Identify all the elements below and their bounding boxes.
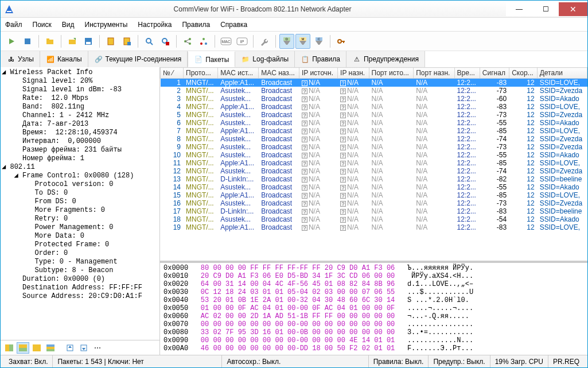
- tabbar: 🖧Узлы 📶Каналы 🔗Текущие IP-соединения 📄Па…: [1, 51, 587, 67]
- table-row[interactable]: 15MNGT/...Apple:A1...Broadcast?N/A?N/AN/…: [161, 191, 587, 199]
- open-button[interactable]: [65, 34, 80, 49]
- column-header[interactable]: Детали: [537, 68, 587, 79]
- tab-alerts[interactable]: ⚠Предупреждения: [346, 51, 425, 67]
- mac-button[interactable]: MAC: [219, 34, 233, 49]
- tab-connections[interactable]: 🔗Текущие IP-соединения: [88, 51, 188, 67]
- table-row[interactable]: 17MNGT/...D-LinkIn:...Broadcast?N/A?N/AN…: [161, 207, 587, 215]
- table-row[interactable]: 3MNGT/...Asustek...Broadcast?N/A?N/AN/AN…: [161, 95, 587, 103]
- rules-open-button[interactable]: [103, 34, 118, 49]
- column-header[interactable]: № ⁄: [161, 68, 184, 79]
- folder-button[interactable]: [42, 34, 57, 49]
- status-capture: Захват: Вкл.: [4, 355, 53, 367]
- table-row[interactable]: 9MNGT/...Asustek...Broadcast?N/A?N/AN/AN…: [161, 143, 587, 151]
- svg-point-24: [205, 42, 207, 45]
- more-button[interactable]: ⋯: [91, 342, 104, 354]
- svg-marker-2: [9, 38, 14, 44]
- alerts-icon: ⚠: [352, 55, 361, 64]
- table-row[interactable]: 1MNGT/...Apple:A1...Broadcast?N/A?N/AN/A…: [161, 79, 587, 87]
- layout2-button[interactable]: [17, 342, 29, 354]
- node2-button[interactable]: [196, 34, 211, 49]
- filter-m-button[interactable]: M: [295, 34, 310, 49]
- table-row[interactable]: 5MNGT/...Asustek...Broadcast?N/A?N/AN/AN…: [161, 111, 587, 119]
- status-cpu: 19% Загр. CPU: [490, 355, 548, 367]
- table-row[interactable]: 7MNGT/...Apple:A1...Broadcast?N/A?N/AN/A…: [161, 127, 587, 135]
- hex-view[interactable]: 0x0000 80 00 00 00 FF FF FF FF-FF FF 20 …: [160, 263, 587, 355]
- menu-file[interactable]: Файл: [5, 21, 22, 29]
- table-row[interactable]: 10MNGT/...Asustek...Broadcast?N/A?N/AN/A…: [161, 151, 587, 159]
- key-button[interactable]: [334, 34, 349, 49]
- tab-channels[interactable]: 📶Каналы: [40, 51, 88, 67]
- table-row[interactable]: 13MNGT/...D-LinkIn:...Broadcast?N/A?N/AN…: [161, 175, 587, 183]
- tab-nodes[interactable]: 🖧Узлы: [1, 51, 40, 67]
- table-row[interactable]: 19MNGT/...Apple:A1...Broadcast?N/A?N/AN/…: [161, 223, 587, 231]
- rules-save-button[interactable]: [119, 34, 134, 49]
- column-header[interactable]: Порт исто...: [369, 68, 414, 79]
- nodes-icon: 🖧: [6, 55, 15, 64]
- layout1-button[interactable]: [3, 342, 15, 354]
- titlebar: CommView for WiFi - Broadcom 802.11n Net…: [1, 1, 587, 18]
- import-button[interactable]: [77, 342, 90, 354]
- table-row[interactable]: 8MNGT/...Asustek...Broadcast?N/A?N/AN/AN…: [161, 135, 587, 143]
- stop-button[interactable]: [20, 34, 35, 49]
- export-button[interactable]: [64, 342, 76, 354]
- svg-rect-16: [166, 42, 169, 45]
- svg-rect-4: [46, 40, 53, 44]
- wrench-button[interactable]: [257, 34, 272, 49]
- svg-text:C: C: [318, 37, 321, 41]
- svg-rect-47: [46, 347, 54, 349]
- filter-d-button[interactable]: D: [279, 34, 294, 49]
- column-header[interactable]: MAC наз...: [259, 68, 299, 79]
- column-header[interactable]: IP источн.: [299, 68, 337, 79]
- table-row[interactable]: 16MNGT/...Asustek...Broadcast?N/A?N/AN/A…: [161, 199, 587, 207]
- minimize-button[interactable]: —: [506, 2, 532, 16]
- svg-rect-42: [9, 344, 13, 351]
- save-button[interactable]: [81, 34, 96, 49]
- column-header[interactable]: MAC ист...: [218, 68, 259, 79]
- close-button[interactable]: ✕: [559, 2, 587, 16]
- layout4-button[interactable]: [44, 342, 57, 354]
- channels-icon: 📶: [46, 55, 55, 64]
- svg-marker-50: [68, 346, 72, 348]
- column-header[interactable]: Скор...: [509, 68, 538, 79]
- column-header[interactable]: Сигнал: [480, 68, 509, 79]
- tab-logs[interactable]: 📁Log-файлы: [235, 51, 295, 67]
- packet-info-tree[interactable]: ◢ Wireless Packet Info Signal level: 20%…: [1, 67, 159, 340]
- search-stop-button[interactable]: [158, 34, 173, 49]
- svg-point-22: [203, 38, 205, 40]
- table-row[interactable]: 12MNGT/...Asustek...Broadcast?N/A?N/AN/A…: [161, 167, 587, 175]
- menu-settings[interactable]: Настройка: [138, 21, 172, 29]
- table-row[interactable]: 18MNGT/...Asustek...Broadcast?N/A?N/AN/A…: [161, 215, 587, 223]
- table-row[interactable]: 14MNGT/...Asustek...Broadcast?N/A?N/AN/A…: [161, 183, 587, 191]
- menu-search[interactable]: Поиск: [33, 21, 52, 29]
- table-row[interactable]: 2MNGT/...Asustek...Broadcast?N/A?N/AN/AN…: [161, 87, 587, 95]
- column-header[interactable]: Порт назн.: [414, 68, 454, 79]
- menu-rules[interactable]: Правила: [182, 21, 210, 29]
- filter-c-button[interactable]: C: [311, 34, 326, 49]
- maximize-button[interactable]: ☐: [532, 2, 559, 16]
- search-button[interactable]: [142, 34, 157, 49]
- menu-tools[interactable]: Инструменты: [85, 21, 128, 29]
- svg-rect-44: [19, 348, 27, 351]
- menu-help[interactable]: Справка: [220, 21, 247, 29]
- tab-packets[interactable]: 📄Пакеты: [188, 51, 235, 67]
- table-row[interactable]: 11MNGT/...Apple:A1...Broadcast?N/A?N/AN/…: [161, 159, 587, 167]
- column-header[interactable]: Прото...: [184, 68, 218, 79]
- play-button[interactable]: [4, 34, 19, 49]
- packet-grid[interactable]: № ⁄Прото...MAC ист...MAC наз...IP источн…: [160, 67, 587, 263]
- ip-button[interactable]: IP: [235, 34, 250, 49]
- left-toolbar: ⋯: [1, 340, 159, 355]
- table-row[interactable]: 6MNGT/...Asustek...Broadcast?N/A?N/AN/AN…: [161, 119, 587, 127]
- table-row[interactable]: 4MNGT/...Apple:A1...Broadcast?N/A?N/AN/A…: [161, 103, 587, 111]
- conn-icon: 🔗: [94, 55, 103, 64]
- svg-line-14: [150, 42, 153, 45]
- menu-view[interactable]: Вид: [62, 21, 75, 29]
- tab-rules[interactable]: 📋Правила: [295, 51, 346, 67]
- column-header[interactable]: Вре...: [454, 68, 480, 79]
- svg-point-13: [146, 38, 151, 43]
- layout3-button[interactable]: [30, 342, 43, 354]
- svg-rect-10: [108, 38, 114, 45]
- status-packets: Пакеты: 1 543 | Ключи: Нет: [53, 355, 222, 367]
- node-button[interactable]: [180, 34, 195, 49]
- svg-rect-43: [19, 344, 27, 348]
- column-header[interactable]: IP назн.: [338, 68, 369, 79]
